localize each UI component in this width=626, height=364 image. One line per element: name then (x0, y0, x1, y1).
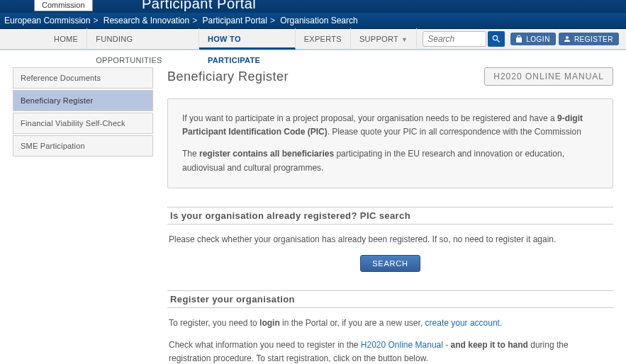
portal-title: Participant Portal (142, 0, 256, 12)
section-header-register-org: Register your organisation (167, 290, 613, 308)
main-nav: HOME FUNDING OPPORTUNITIES HOW TO PARTIC… (0, 29, 626, 50)
search-button[interactable] (488, 31, 505, 47)
section-header-pic-search: Is your organisation already registered?… (167, 207, 613, 224)
tab-home[interactable]: HOME (45, 28, 87, 50)
breadcrumb-item[interactable]: Research & Innovation (104, 16, 189, 25)
main-content: Beneficiary Register H2020 ONLINE MANUAL… (167, 67, 613, 364)
register-org-text: To register, you need to login in the Po… (167, 317, 613, 364)
h2020-manual-link[interactable]: H2020 Online Manual (361, 340, 443, 350)
tab-how-to-participate[interactable]: HOW TO PARTICIPATE (199, 28, 296, 50)
search-input[interactable] (423, 31, 486, 47)
page-title: Beneficiary Register (167, 69, 289, 84)
sidebar-item-sme-participation[interactable]: SME Participation (13, 135, 153, 157)
login-button[interactable]: LOGIN (510, 33, 556, 45)
info-box: If you want to participate in a project … (167, 98, 613, 188)
lock-icon (515, 35, 523, 43)
sidebar-item-financial-viability[interactable]: Financial Viability Self-Check (13, 113, 153, 134)
breadcrumb-item[interactable]: Participant Portal (203, 16, 267, 25)
sidebar-item-beneficiary-register[interactable]: Beneficiary Register (13, 90, 153, 111)
tab-experts[interactable]: EXPERTS (296, 28, 351, 50)
sidebar: Reference Documents Beneficiary Register… (13, 67, 153, 364)
breadcrumb: European Commission> Research & Innovati… (0, 13, 626, 29)
register-button[interactable]: REGISTER (559, 33, 619, 45)
breadcrumb-item[interactable]: European Commission (4, 16, 90, 25)
tab-support[interactable]: SUPPORT▼ (351, 28, 417, 50)
auth-buttons: LOGIN REGISTER (510, 33, 619, 45)
search-pic-button[interactable]: SEARCH (360, 255, 420, 272)
top-banner: Commission Participant Portal (0, 0, 626, 13)
pic-search-text: Please check whether your organisation h… (167, 233, 613, 246)
search-wrap (423, 31, 505, 47)
sidebar-item-reference-documents[interactable]: Reference Documents (13, 67, 153, 89)
tab-funding[interactable]: FUNDING OPPORTUNITIES (87, 28, 199, 50)
search-icon (491, 34, 501, 44)
commission-tab[interactable]: Commission (34, 0, 93, 11)
create-account-link[interactable]: create your account (425, 318, 500, 328)
user-icon (563, 35, 571, 43)
breadcrumb-item[interactable]: Organisation Search (280, 16, 357, 25)
chevron-down-icon: ▼ (398, 36, 408, 43)
h2020-manual-button[interactable]: H2020 ONLINE MANUAL (484, 67, 613, 86)
